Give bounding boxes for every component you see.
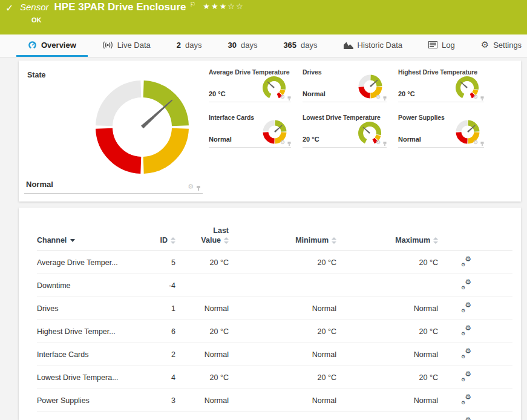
tile-lowest-drive-temperature[interactable]: Lowest Drive Temperature 20 °C ⚙ xyxy=(303,114,387,148)
pin-icon[interactable] xyxy=(197,186,200,188)
sensor-title: HPE 3PAR Drive Enclosure xyxy=(54,1,186,13)
priority-stars[interactable]: ★★★☆☆ xyxy=(203,2,244,11)
cell-maximum: 20 °C xyxy=(336,320,438,343)
gear-icon[interactable]: ⚙ xyxy=(473,140,478,145)
sort-icon[interactable] xyxy=(433,237,438,244)
column-header-maximum[interactable]: Maximum xyxy=(336,226,438,251)
gear-icon[interactable]: ⚙ xyxy=(188,183,194,190)
channel-value: 20 °C xyxy=(398,90,415,97)
cell-id: 3 xyxy=(141,389,175,412)
cell-maximum: Normal xyxy=(336,297,438,320)
sort-icon[interactable] xyxy=(224,237,229,244)
table-row: Downtime -4 ⚙⚙ xyxy=(37,274,512,297)
channel-settings-icon[interactable]: ⚙⚙ xyxy=(461,280,471,289)
table-row: Highest Drive Temper... 6 20 °C 20 °C 20… xyxy=(37,320,512,343)
tile-average-drive-temperature[interactable]: Average Drive Temperature 20 °C ⚙ xyxy=(209,68,291,102)
tab-number: 2 xyxy=(177,41,181,50)
column-label: Value xyxy=(201,236,221,244)
column-header-last-value[interactable]: Last Value xyxy=(175,226,229,251)
cell-channel: Interface Cards xyxy=(37,343,141,366)
column-header-channel[interactable]: Channel xyxy=(37,226,141,251)
live-data-icon xyxy=(102,41,113,49)
settings-gear-icon: ⚙ xyxy=(481,41,489,50)
gauges-panel: State Normal ⚙ Average Drive Temperature… xyxy=(19,61,521,202)
tab-live-data[interactable]: Live Data xyxy=(91,34,162,57)
cell-maximum: 20 °C xyxy=(336,251,438,274)
tab-number: 30 xyxy=(227,41,236,50)
column-header-id[interactable]: ID xyxy=(141,226,175,251)
tile-highest-drive-temperature[interactable]: Highest Drive Temperature 20 °C ⚙ xyxy=(398,68,484,102)
cell-minimum: 20 °C xyxy=(229,320,336,343)
gear-icon[interactable]: ⚙ xyxy=(376,140,381,145)
cell-last-value xyxy=(175,274,229,297)
gear-icon[interactable]: ⚙ xyxy=(280,94,285,100)
table-row: Lowest Drive Tempera... 4 20 °C 20 °C 20… xyxy=(37,366,512,389)
sort-icon[interactable] xyxy=(332,237,336,244)
cell-channel: Highest Drive Temper... xyxy=(37,320,141,343)
cell-minimum: 20 °C xyxy=(229,366,336,389)
tile-power-supplies[interactable]: Power Supplies Normal ⚙ xyxy=(398,114,484,148)
flag-icon[interactable]: ⚐ xyxy=(189,1,195,8)
gear-icon[interactable]: ⚙ xyxy=(376,94,381,100)
tab-bar: Overview Live Data 2 days 30 days 365 da… xyxy=(0,34,527,57)
tile-interface-cards[interactable]: Interface Cards Normal ⚙ xyxy=(209,114,291,148)
tab-settings[interactable]: ⚙ Settings xyxy=(470,34,527,57)
channel-settings-icon[interactable]: ⚙⚙ xyxy=(461,257,471,266)
cell-minimum: Normal xyxy=(229,297,336,320)
tab-log[interactable]: Log xyxy=(417,34,466,57)
pin-icon[interactable] xyxy=(287,96,290,98)
tab-unit: days xyxy=(301,41,317,50)
sensor-status-badge: OK xyxy=(31,16,42,24)
cell-channel: Average Drive Temper... xyxy=(37,251,141,274)
log-list-icon xyxy=(428,41,437,48)
state-gauge-tile[interactable]: State Normal ⚙ xyxy=(24,67,203,194)
cell-last-value: 20 °C xyxy=(175,320,229,343)
channel-settings-icon[interactable]: ⚙⚙ xyxy=(461,349,471,358)
gauge-icon xyxy=(28,41,37,50)
pin-icon[interactable] xyxy=(480,142,483,143)
tab-30-days[interactable]: 30 days xyxy=(216,34,269,57)
column-header-actions xyxy=(438,226,512,251)
sensor-header: ✓ Sensor HPE 3PAR Drive Enclosure ⚐ ★★★☆… xyxy=(0,0,527,34)
cell-id: -4 xyxy=(141,274,175,297)
cell-minimum: Normal xyxy=(229,412,336,420)
gear-icon[interactable]: ⚙ xyxy=(280,140,285,145)
tab-365-days[interactable]: 365 days xyxy=(272,34,329,57)
cell-minimum: 20 °C xyxy=(229,251,336,274)
channel-value: 20 °C xyxy=(209,90,226,97)
channel-settings-icon[interactable]: ⚙⚙ xyxy=(461,303,471,312)
cell-id: 6 xyxy=(141,320,175,343)
cell-minimum: Normal xyxy=(229,389,336,412)
channel-settings-icon[interactable]: ⚙⚙ xyxy=(461,326,471,335)
cell-channel: Lowest Drive Tempera... xyxy=(37,366,141,389)
gear-icon[interactable]: ⚙ xyxy=(473,94,478,100)
cell-last-value: Normal xyxy=(175,343,229,366)
table-row: State 0 Normal Normal Normal ⚙⚙ xyxy=(37,412,512,420)
channel-name: State xyxy=(27,71,46,79)
pin-icon[interactable] xyxy=(480,96,483,98)
channel-settings-icon[interactable]: ⚙⚙ xyxy=(461,418,471,420)
pin-icon[interactable] xyxy=(287,142,290,143)
cell-id: 4 xyxy=(141,366,175,389)
tab-historic-data[interactable]: Historic Data xyxy=(332,34,414,57)
cell-last-value: Normal xyxy=(175,389,229,412)
tab-label: Historic Data xyxy=(358,41,402,50)
channel-settings-icon[interactable]: ⚙⚙ xyxy=(461,395,471,404)
tab-number: 365 xyxy=(283,41,296,50)
stars-filled[interactable]: ★★★ xyxy=(203,2,227,11)
channel-value: Normal xyxy=(398,136,421,143)
tab-unit: days xyxy=(241,41,257,50)
tab-overview[interactable]: Overview xyxy=(16,34,88,57)
cell-id: 0 xyxy=(141,412,175,420)
tile-drives[interactable]: Drives Normal ⚙ xyxy=(303,68,387,102)
sort-icon[interactable] xyxy=(171,237,175,244)
column-header-minimum[interactable]: Minimum xyxy=(229,226,336,251)
cell-id: 2 xyxy=(141,343,175,366)
tab-2-days[interactable]: 2 days xyxy=(165,34,214,57)
pin-icon[interactable] xyxy=(383,142,386,143)
cell-maximum: Normal xyxy=(336,343,438,366)
pin-icon[interactable] xyxy=(383,96,386,98)
channel-settings-icon[interactable]: ⚙⚙ xyxy=(461,372,471,381)
status-ok-check-icon: ✓ xyxy=(5,2,13,14)
stars-empty[interactable]: ☆☆ xyxy=(227,2,244,11)
